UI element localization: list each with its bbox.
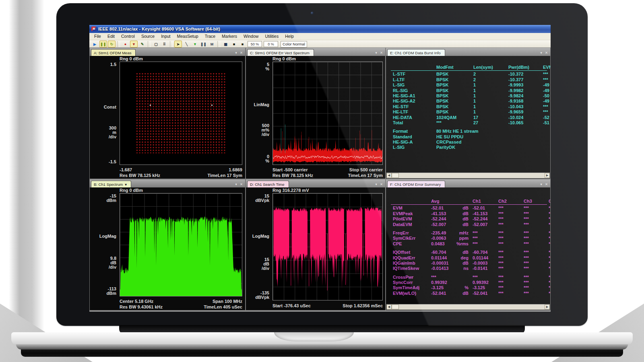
toolbar-pointer-button[interactable]: ➤ — [174, 41, 182, 47]
table-cell: ns — [454, 266, 473, 271]
scroll-track[interactable] — [399, 173, 545, 178]
menu-item-utilities[interactable]: Utilities — [262, 33, 282, 40]
toolbar-line-marker-button[interactable]: ╲ — [183, 41, 190, 47]
table-cell: HE-SIG-A1 — [393, 93, 436, 99]
color-mode-select[interactable]: Color Normal — [281, 41, 307, 47]
zoom-level-box[interactable]: 50 % — [248, 41, 262, 47]
table-row: EVMPeak-41.153dB-41.153********* — [386, 211, 550, 216]
menu-item-file[interactable]: File — [91, 33, 104, 40]
scroll-track[interactable] — [399, 304, 545, 310]
close-icon[interactable]: ✕ — [380, 51, 383, 55]
y-axis-bottom-label: -113 dBm — [90, 287, 116, 296]
table-cell: *** — [549, 275, 550, 280]
panel-f-tab[interactable]: F: Ch1 OFDM Error Summary — [387, 181, 445, 187]
toolbar-pause-marker-button[interactable]: ❚❚ — [200, 41, 207, 47]
scroll-left-button[interactable]: ◀ — [386, 173, 392, 178]
table-cell: IQTimeSkew — [393, 266, 431, 271]
panel-menu-icon[interactable]: ▾ — [541, 51, 542, 55]
menu-item-window[interactable]: Window — [240, 33, 262, 40]
panel-c-tab[interactable]: C: Strm1 OFDM Err Vect Spectrum — [247, 49, 314, 56]
toolbar-demod-setup-button[interactable]: ▼ — [130, 41, 138, 47]
close-icon[interactable]: ✕ — [240, 51, 243, 55]
toolbar-restart-button[interactable]: ↻ — [108, 41, 116, 47]
menu-item-help[interactable]: Help — [282, 33, 297, 40]
panel-e-tab[interactable]: E: Ch1 OFDM Data Burst Info — [387, 49, 445, 56]
scroll-right-button[interactable]: ▶ — [545, 304, 550, 309]
scroll-thumb[interactable] — [392, 304, 399, 309]
table-cell: 1 — [473, 88, 508, 93]
panel-menu-icon[interactable]: ▾ — [235, 182, 237, 186]
toolbar-edit-trace-button[interactable]: ✎ — [138, 41, 146, 47]
panel-menu-icon[interactable]: ▾ — [376, 182, 377, 186]
table-cell: -52.041 — [473, 291, 498, 296]
search-time-plot-area[interactable] — [272, 193, 383, 300]
panel-c-err-vect-spectrum: C: Strm1 OFDM Err Vect Spectrum ▾ ✕ Rng … — [246, 47, 386, 179]
menu-item-meassetup[interactable]: MeasSetup — [174, 33, 202, 40]
table-cell: Format — [393, 129, 436, 134]
panel-a-tab[interactable]: A: Strm1 OFDM Meas — [91, 49, 136, 56]
scroll-right-button[interactable]: ▶ — [545, 173, 550, 178]
table-cell: -49 — [543, 99, 550, 104]
toolbar-pause-button[interactable]: ❚❚ — [99, 41, 107, 47]
toolbar-play-button[interactable]: ▶ — [91, 41, 99, 47]
toolbar-display-3-button[interactable]: ■ — [239, 41, 246, 47]
toolbar-display-1-button[interactable]: ▩ — [222, 41, 229, 47]
chevron-down-icon[interactable]: ▾ — [125, 181, 127, 188]
menu-item-control[interactable]: Control — [118, 33, 138, 40]
res-bw-label: Res BW 78.125 kHz — [272, 173, 313, 178]
table-cell: *** — [549, 266, 550, 271]
close-icon[interactable]: ✕ — [380, 182, 383, 186]
menu-item-source[interactable]: Source — [138, 33, 158, 40]
center-freq-label: Center 5.18 GHz — [120, 299, 153, 304]
scroll-left-button[interactable]: ◀ — [386, 304, 392, 309]
h-scrollbar[interactable]: ◀ ▶ — [386, 173, 550, 178]
h-scrollbar[interactable]: ◀ ▶ — [386, 304, 550, 310]
evm-spectrum-trace — [273, 62, 382, 165]
toolbar-separator — [170, 41, 173, 47]
toolbar-display-2-button[interactable]: ■ — [230, 41, 238, 47]
close-icon[interactable]: ✕ — [240, 182, 243, 186]
table-cell: 0.01144 — [473, 255, 498, 261]
constellation-plot-area[interactable] — [120, 62, 242, 165]
menu-item-input[interactable]: Input — [158, 33, 173, 40]
panel-c-plot: Rng 0 dBm 5 % LinMag 500 m% /div 0 % Sta… — [246, 56, 385, 179]
close-icon[interactable]: ✕ — [545, 182, 548, 186]
table-cell: Pwr(dBm) — [508, 65, 543, 70]
table-cell: deg — [454, 255, 473, 261]
menu-item-trace[interactable]: Trace — [202, 33, 219, 40]
error-summary-table: AvgCh1Ch2Ch3Ch4EVM-52.01dB-52.01********… — [386, 187, 550, 304]
table-cell: *** — [549, 211, 550, 216]
panel-menu-icon[interactable]: ▾ — [541, 182, 542, 186]
close-icon[interactable]: ✕ — [545, 51, 548, 55]
toolbar-grid-layout-button[interactable]: ⠿ — [161, 41, 168, 47]
table-cell: HE-DATA — [393, 115, 436, 120]
table-cell: 1 — [473, 99, 508, 104]
table-cell: %rms — [454, 241, 473, 247]
table-cell: *** — [549, 291, 550, 296]
title-bar[interactable]: ≋ IEEE 802.11n/ac/ax - Keysight 89600 VS… — [89, 25, 551, 33]
app-icon: ≋ — [91, 27, 97, 31]
toolbar-single-layout-button[interactable]: ▢ — [152, 41, 160, 47]
menu-item-edit[interactable]: Edit — [104, 33, 118, 40]
table-row: Total***27-10.065-51 — [386, 120, 550, 125]
y-axis-top-label: 5 % — [246, 62, 269, 71]
table-cell: BPSK — [436, 77, 473, 82]
panel-menu-icon[interactable]: ▾ — [376, 51, 377, 55]
table-cell: *** — [498, 222, 524, 227]
panel-menu-icon[interactable]: ▾ — [235, 51, 237, 55]
offset-percent-box[interactable]: 0 % — [264, 41, 278, 47]
spectrum-plot-area[interactable] — [120, 193, 242, 296]
panel-d-tab[interactable]: D: Ch1 Search Time — [247, 181, 289, 187]
table-cell: 0.01144 — [431, 255, 454, 261]
toolbar-marker-m-button[interactable]: M — [208, 41, 216, 47]
scroll-thumb[interactable] — [392, 173, 399, 178]
panel-b-tab[interactable]: B: Ch1 Spectrum ▾ — [91, 181, 131, 187]
table-cell: CRCPassed — [436, 140, 550, 145]
table-cell: Total — [393, 120, 436, 125]
y-axis-scale-label: 300 m /div — [90, 126, 116, 139]
toolbar-record-button[interactable]: ● — [122, 41, 129, 47]
table-row: IQQuadErr0.01144deg0.01144********* — [386, 255, 550, 261]
evm-spectrum-plot-area[interactable] — [272, 62, 383, 165]
toolbar-peak-marker-button[interactable]: ▼ — [191, 41, 199, 47]
menu-item-markers[interactable]: Markers — [219, 33, 240, 40]
